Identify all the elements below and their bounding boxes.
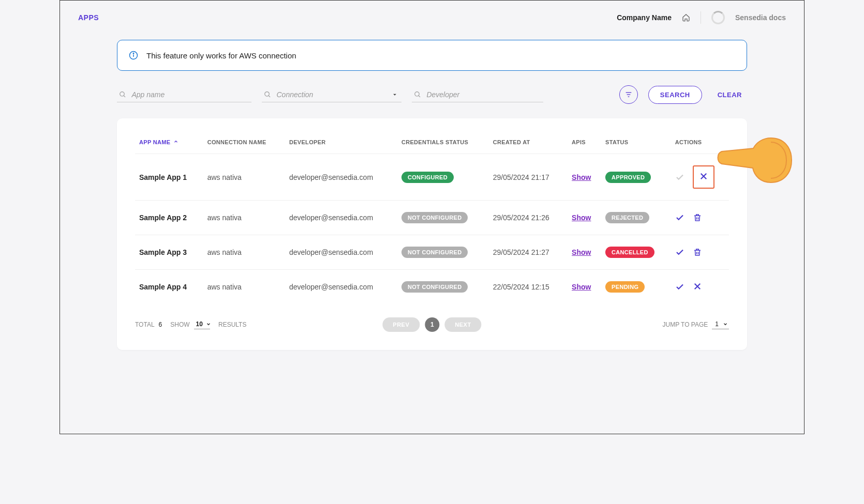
svg-point-7: [415, 91, 419, 96]
total-count: 6: [159, 321, 162, 328]
apps-title: APPS: [78, 13, 99, 22]
reject-icon[interactable]: [699, 172, 708, 181]
credentials-badge: CONFIGURED: [401, 172, 454, 183]
cell-actions: [671, 201, 729, 235]
approve-icon[interactable]: [675, 213, 684, 222]
cell-connection: aws nativa: [203, 235, 285, 270]
loading-spinner-icon: [711, 11, 725, 24]
chevron-down-icon[interactable]: [391, 91, 398, 98]
prev-button[interactable]: PREV: [382, 317, 420, 332]
filter-button[interactable]: [619, 85, 638, 104]
cell-actions: [671, 270, 729, 304]
col-app-name-label: APP NAME: [139, 139, 170, 145]
credentials-badge: NOT CONFIGURED: [401, 247, 468, 258]
cell-credentials: NOT CONFIGURED: [397, 201, 489, 235]
cell-app-name: Sample App 2: [135, 201, 203, 235]
jump-value: 1: [715, 320, 719, 328]
svg-line-8: [419, 95, 420, 97]
delete-icon[interactable]: [693, 213, 702, 222]
jump-select[interactable]: 1: [712, 319, 729, 329]
alert-text: This feature only works for AWS connecti…: [146, 51, 296, 60]
approve-icon[interactable]: [675, 248, 684, 257]
app-name-field[interactable]: [117, 87, 251, 102]
credentials-badge: NOT CONFIGURED: [401, 212, 468, 223]
cell-apis: Show: [568, 154, 601, 201]
delete-icon[interactable]: [693, 248, 702, 257]
cell-status: CANCELLED: [601, 235, 671, 270]
col-app-name[interactable]: APP NAME: [135, 134, 203, 154]
info-icon: [129, 51, 138, 60]
cell-actions: [671, 235, 729, 270]
cell-created: 29/05/2024 21:27: [489, 235, 568, 270]
col-apis[interactable]: APIS: [568, 134, 601, 154]
cell-apis: Show: [568, 270, 601, 304]
cell-actions: [671, 154, 729, 201]
status-badge: PENDING: [605, 281, 645, 293]
developer-field[interactable]: [412, 87, 543, 102]
cell-connection: aws nativa: [203, 154, 285, 201]
show-apis-link[interactable]: Show: [572, 213, 591, 222]
chevron-down-icon: [206, 322, 211, 327]
svg-point-3: [120, 91, 124, 96]
cell-connection: aws nativa: [203, 270, 285, 304]
cell-app-name: Sample App 4: [135, 270, 203, 304]
svg-point-2: [133, 53, 134, 54]
col-connection-name[interactable]: CONNECTION NAME: [203, 134, 285, 154]
connection-input[interactable]: [277, 90, 400, 99]
col-actions: ACTIONS: [671, 134, 729, 154]
svg-line-4: [124, 95, 125, 97]
home-icon[interactable]: [682, 13, 690, 22]
cell-status: PENDING: [601, 270, 671, 304]
app-name-input[interactable]: [131, 90, 249, 99]
show-apis-link[interactable]: Show: [572, 248, 591, 256]
search-button[interactable]: SEARCH: [648, 86, 702, 104]
show-select[interactable]: 10: [194, 319, 210, 329]
status-badge: CANCELLED: [605, 247, 654, 258]
search-icon: [119, 90, 126, 99]
cell-created: 22/05/2024 12:15: [489, 270, 568, 304]
col-credentials-status[interactable]: CREDENTIALS STATUS: [397, 134, 489, 154]
approve-icon[interactable]: [675, 282, 684, 292]
cell-credentials: CONFIGURED: [397, 154, 489, 201]
cell-developer: developer@sensedia.com: [285, 235, 397, 270]
show-apis-link[interactable]: Show: [572, 283, 591, 291]
table-row: Sample App 4 aws nativa developer@sensed…: [135, 270, 729, 304]
svg-point-5: [265, 91, 269, 96]
cell-credentials: NOT CONFIGURED: [397, 235, 489, 270]
cell-credentials: NOT CONFIGURED: [397, 270, 489, 304]
developer-input[interactable]: [426, 90, 541, 99]
filter-icon: [624, 90, 633, 99]
show-apis-link[interactable]: Show: [572, 173, 591, 181]
page-current[interactable]: 1: [425, 317, 439, 332]
table-row: Sample App 2 aws nativa developer@sensed…: [135, 201, 729, 235]
cell-status: REJECTED: [601, 201, 671, 235]
col-created-at[interactable]: CREATED AT: [489, 134, 568, 154]
divider: [701, 11, 701, 24]
show-value: 10: [196, 320, 203, 328]
next-button[interactable]: NEXT: [444, 317, 481, 332]
jump-label: JUMP TO PAGE: [663, 321, 708, 328]
results-label: RESULTS: [218, 321, 246, 328]
cell-created: 29/05/2024 21:17: [489, 154, 568, 201]
approve-icon[interactable]: [675, 173, 684, 182]
search-icon: [264, 90, 272, 99]
cell-connection: aws nativa: [203, 201, 285, 235]
connection-field[interactable]: [262, 87, 401, 102]
table-row: Sample App 1 aws nativa developer@sensed…: [135, 154, 729, 201]
cell-developer: developer@sensedia.com: [285, 201, 397, 235]
col-status[interactable]: STATUS: [601, 134, 671, 154]
status-badge: APPROVED: [605, 172, 651, 183]
svg-line-6: [269, 95, 270, 97]
status-badge: REJECTED: [605, 212, 649, 223]
docs-link[interactable]: Sensedia docs: [735, 13, 786, 22]
col-developer[interactable]: DEVELOPER: [285, 134, 397, 154]
cell-app-name: Sample App 1: [135, 154, 203, 201]
clear-button[interactable]: CLEAR: [712, 91, 747, 99]
total-label: TOTAL: [135, 321, 155, 328]
reject-icon[interactable]: [693, 282, 702, 291]
cell-status: APPROVED: [601, 154, 671, 201]
info-alert: This feature only works for AWS connecti…: [117, 40, 747, 71]
sort-asc-icon: [173, 139, 178, 144]
company-name: Company Name: [617, 13, 672, 22]
cell-developer: developer@sensedia.com: [285, 270, 397, 304]
